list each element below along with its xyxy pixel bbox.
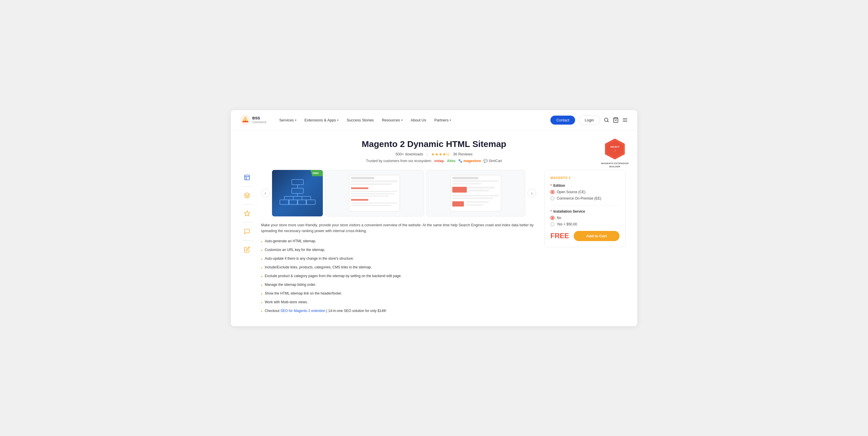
main-content: Magento 2 Dynamic HTML Sitemap 500+ down… (231, 130, 637, 326)
menu-icon[interactable] (622, 117, 628, 123)
gallery-prev-button[interactable]: ‹ (261, 189, 270, 198)
sidebar-item-edit[interactable] (242, 245, 252, 254)
product-card: MAGENTO 2 * Edition Open Source (CE) (544, 170, 626, 247)
svg-marker-15 (244, 211, 250, 215)
installation-option-group: * Installation Service No Yes + $50.00 (550, 209, 620, 226)
list-item: • Show the HTML sitemap link on the head… (261, 291, 536, 297)
radio-circle-unselected (550, 196, 555, 200)
svg-rect-37 (351, 196, 389, 197)
login-button[interactable]: Login (579, 115, 600, 125)
svg-rect-33 (351, 183, 392, 185)
nav-success-stories[interactable]: Success Stories (343, 116, 377, 125)
logo[interactable]: BSS Commerce (240, 115, 267, 125)
download-count: 500+ downloads (395, 152, 423, 156)
nav-about-us[interactable]: About Us (407, 116, 430, 125)
svg-rect-47 (469, 187, 495, 188)
bullet-icon: • (261, 265, 262, 271)
bullet-icon: • (261, 282, 262, 288)
add-to-cart-button[interactable]: Add to Cart (574, 231, 620, 241)
platform-badge: MAGENTO 2 (550, 176, 620, 179)
svg-marker-7 (605, 139, 625, 159)
radio-circle-selected-install (550, 216, 555, 220)
svg-rect-28 (306, 200, 315, 204)
cart-icon[interactable] (613, 117, 619, 123)
svg-rect-22 (280, 200, 289, 204)
svg-rect-34 (351, 187, 368, 189)
svg-rect-39 (351, 202, 397, 204)
brand-simicart: 💬 SimiCart (483, 159, 502, 163)
svg-rect-32 (351, 180, 397, 182)
list-item: • Auto-generate an HTML sitemap. (261, 238, 536, 245)
svg-rect-48 (469, 190, 489, 192)
sidebar-item-star[interactable] (242, 209, 252, 218)
chevron-down-icon: ▾ (295, 118, 297, 122)
sitemap-diagram (279, 177, 316, 209)
thumbnail-1[interactable] (325, 170, 424, 216)
nav-services[interactable]: Services ▾ (276, 116, 300, 125)
sidebar-item-chat[interactable] (242, 227, 252, 236)
list-item: • Include/Exclude links, products, categ… (261, 265, 536, 271)
list-item: • Auto-update if there is any change in … (261, 256, 536, 262)
svg-rect-44 (452, 180, 499, 182)
extension-builder-badge: SELECT ⬡ MAGENTO EXTENSIONBUILDER (601, 137, 628, 168)
brand-magestore: 🐾 magestore (458, 159, 481, 163)
svg-rect-49 (452, 195, 499, 196)
meta-row: 500+ downloads | ★★★★½ 36 Reviews (242, 152, 626, 156)
main-product-image: HWA (272, 170, 323, 216)
svg-rect-52 (466, 201, 489, 203)
edition-label: * Edition (550, 183, 620, 187)
svg-rect-40 (351, 205, 392, 206)
bullet-icon: • (261, 239, 262, 245)
thumbnail-images (325, 170, 525, 216)
bullet-icon: • (261, 273, 262, 280)
bullet-icon: • (261, 291, 262, 297)
price-row: FREE Add to Cart (550, 231, 620, 241)
svg-rect-18 (292, 188, 303, 194)
product-section: ‹ HWA (261, 170, 536, 315)
list-item: • Work with Multi-store views. (261, 299, 536, 306)
hwa-badge: HWA (310, 170, 323, 176)
list-item: • Checkout SEO for Magento 2 extention |… (261, 308, 536, 315)
brand-ontap: ontap. (434, 159, 445, 163)
price-label: FREE (550, 232, 569, 240)
sidebar-item-info[interactable] (242, 173, 252, 182)
feature-list: • Auto-generate an HTML sitemap. • Custo… (261, 238, 536, 315)
nav-resources[interactable]: Resources ▾ (378, 116, 406, 125)
gallery-next-button[interactable]: › (527, 189, 536, 198)
svg-rect-51 (452, 201, 464, 206)
logo-subtext: Commerce (252, 120, 267, 124)
main-nav: Services ▾ Extensions & Apps ▾ Success S… (276, 116, 550, 125)
radio-open-source[interactable]: Open Source (CE) (550, 190, 620, 194)
svg-rect-16 (292, 179, 303, 185)
bullet-icon: • (261, 248, 262, 254)
nav-partners[interactable]: Partners ▾ (431, 116, 455, 125)
radio-yes-installation[interactable]: Yes + $50.00 (550, 222, 620, 226)
svg-rect-24 (288, 200, 298, 204)
svg-rect-31 (351, 177, 374, 179)
radio-commerce-on-premise[interactable]: Commerce On-Premise (EE) (550, 196, 620, 200)
radio-circle-unselected-install (550, 222, 555, 226)
nav-extensions[interactable]: Extensions & Apps ▾ (301, 116, 342, 125)
svg-rect-11 (245, 175, 250, 180)
chevron-down-icon: ▾ (450, 118, 451, 122)
seo-link[interactable]: SEO for Magento 2 extention (280, 309, 326, 313)
logo-text: BSS (252, 116, 267, 120)
star-rating: ★★★★½ (431, 152, 450, 156)
search-icon[interactable] (603, 117, 609, 123)
image-gallery: ‹ HWA (261, 170, 536, 216)
divider (550, 205, 620, 205)
edition-option-group: * Edition Open Source (CE) Commerce On-P… (550, 183, 620, 200)
svg-point-2 (604, 118, 608, 121)
svg-rect-35 (351, 191, 397, 192)
radio-no-installation[interactable]: No (550, 216, 620, 220)
thumbnail-2[interactable] (427, 170, 525, 216)
bullet-icon: • (261, 256, 262, 262)
svg-rect-45 (452, 183, 481, 184)
header: BSS Commerce Services ▾ Extensions & App… (231, 110, 637, 130)
chevron-down-icon: ▾ (337, 118, 339, 122)
svg-marker-14 (244, 193, 250, 195)
sidebar-item-layers[interactable] (242, 191, 252, 200)
sidebar-icons (242, 170, 253, 315)
contact-button[interactable]: Contact (550, 116, 575, 125)
radio-circle-selected (550, 190, 555, 194)
